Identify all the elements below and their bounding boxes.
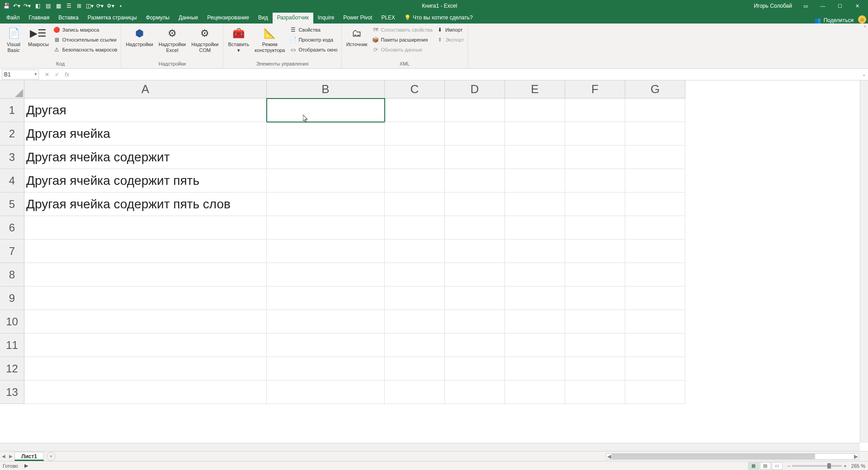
name-box[interactable]: B1 ▼ <box>2 70 39 80</box>
qat-btn-6[interactable]: ◫▾ <box>85 1 94 10</box>
cell-B4[interactable] <box>267 169 385 193</box>
cell-B5[interactable] <box>267 193 385 216</box>
tab-powerpivot[interactable]: Power Pivot <box>339 13 377 24</box>
row-header-3[interactable]: 3 <box>0 146 24 169</box>
cell-A13[interactable] <box>24 381 267 404</box>
cell-B7[interactable] <box>267 240 385 263</box>
cell-G2[interactable] <box>625 122 685 146</box>
cell-E8[interactable] <box>505 263 565 287</box>
cell-F9[interactable] <box>565 287 625 310</box>
macros-button[interactable]: ▶☰ Макросы <box>26 24 51 47</box>
cell-D2[interactable] <box>445 122 505 146</box>
cell-E5[interactable] <box>505 193 565 216</box>
tab-data[interactable]: Данные <box>174 13 203 24</box>
cell-F6[interactable] <box>565 216 625 240</box>
cell-G6[interactable] <box>625 216 685 240</box>
xml-source-button[interactable]: 🗂Источник <box>344 24 369 47</box>
cell-D11[interactable] <box>445 334 505 357</box>
cell-F1[interactable] <box>565 99 625 122</box>
excel-addins-button[interactable]: ⚙Надстройки Excel <box>157 24 188 53</box>
tab-plex[interactable]: PLEX <box>377 13 400 24</box>
cell-E2[interactable] <box>505 122 565 146</box>
cell-C1[interactable] <box>385 99 445 122</box>
scroll-left-icon[interactable]: ◀ <box>606 453 612 460</box>
name-box-dropdown-icon[interactable]: ▼ <box>34 72 38 76</box>
tellme-search[interactable]: 💡Что вы хотите сделать? <box>400 13 477 24</box>
qat-btn-5[interactable]: ⊞ <box>75 1 84 10</box>
map-properties-button[interactable]: 🗺Сопоставить свойства <box>371 25 434 34</box>
tab-inquire[interactable]: Inquire <box>313 13 339 24</box>
record-macro-button[interactable]: 🔴Запись макроса <box>52 25 118 34</box>
cell-A5[interactable]: Другая ячейка содержит пять слов <box>24 193 267 216</box>
tab-insert[interactable]: Вставка <box>54 13 83 24</box>
cell-E1[interactable] <box>505 99 565 122</box>
cell-F4[interactable] <box>565 169 625 193</box>
tab-nav-next[interactable]: ▶ <box>7 452 14 461</box>
cell-G3[interactable] <box>625 146 685 169</box>
cell-B10[interactable] <box>267 310 385 334</box>
column-header-E[interactable]: E <box>505 80 565 99</box>
cell-D8[interactable] <box>445 263 505 287</box>
cell-D6[interactable] <box>445 216 505 240</box>
cell-C3[interactable] <box>385 146 445 169</box>
qat-btn-7[interactable]: ⟳▾ <box>95 1 104 10</box>
cell-G9[interactable] <box>625 287 685 310</box>
zoom-slider[interactable] <box>792 465 842 467</box>
cell-D4[interactable] <box>445 169 505 193</box>
xml-import-button[interactable]: ⬇Импорт <box>435 25 465 34</box>
row-header-13[interactable]: 13 <box>0 381 24 404</box>
tab-nav-prev[interactable]: ◀ <box>0 452 7 461</box>
cell-B12[interactable] <box>267 357 385 381</box>
run-dialog-button[interactable]: ▭Отобразить окно <box>289 45 339 54</box>
cell-E12[interactable] <box>505 357 565 381</box>
cell-C13[interactable] <box>385 381 445 404</box>
vertical-scrollbar[interactable] <box>860 80 868 443</box>
cell-C9[interactable] <box>385 287 445 310</box>
insert-control-button[interactable]: 🧰Вставить▾ <box>226 24 251 53</box>
com-addins-button[interactable]: ⚙Надстройки COM <box>189 24 220 53</box>
row-header-5[interactable]: 5 <box>0 193 24 216</box>
zoom-slider-knob[interactable] <box>827 463 831 469</box>
row-header-10[interactable]: 10 <box>0 310 24 334</box>
tab-home[interactable]: Главная <box>24 13 54 24</box>
qat-btn-3[interactable]: ▦ <box>54 1 63 10</box>
cell-C11[interactable] <box>385 334 445 357</box>
cell-C5[interactable] <box>385 193 445 216</box>
cell-G13[interactable] <box>625 381 685 404</box>
cell-F12[interactable] <box>565 357 625 381</box>
refresh-data-button[interactable]: ⟳Обновить данные <box>371 45 434 54</box>
cell-C8[interactable] <box>385 263 445 287</box>
design-mode-button[interactable]: 📐Режим конструктора <box>253 24 287 53</box>
cell-A1[interactable]: Другая <box>24 99 267 122</box>
qat-btn-8[interactable]: ⚙▾ <box>106 1 115 10</box>
cell-C10[interactable] <box>385 310 445 334</box>
feedback-smiley-icon[interactable]: ☺ <box>858 15 866 24</box>
cell-G12[interactable] <box>625 357 685 381</box>
tab-developer[interactable]: Разработчик <box>273 13 313 24</box>
viewcode-button[interactable]: 📄Просмотр кода <box>289 35 339 44</box>
cell-E13[interactable] <box>505 381 565 404</box>
cell-D1[interactable] <box>445 99 505 122</box>
row-header-8[interactable]: 8 <box>0 263 24 287</box>
fx-button[interactable]: fx <box>62 70 71 79</box>
column-header-F[interactable]: F <box>565 80 625 99</box>
cell-G7[interactable] <box>625 240 685 263</box>
cell-G8[interactable] <box>625 263 685 287</box>
cell-A10[interactable] <box>24 310 267 334</box>
xml-export-button[interactable]: ⬆Экспорт <box>435 35 465 44</box>
column-header-G[interactable]: G <box>625 80 685 99</box>
cell-A9[interactable] <box>24 287 267 310</box>
ribbon-options-icon[interactable]: ▭ <box>799 1 812 10</box>
cell-E9[interactable] <box>505 287 565 310</box>
cell-A12[interactable] <box>24 357 267 381</box>
close-button[interactable]: ✕ <box>851 1 863 10</box>
cell-E4[interactable] <box>505 169 565 193</box>
cell-F3[interactable] <box>565 146 625 169</box>
cell-C4[interactable] <box>385 169 445 193</box>
cell-A4[interactable]: Другая ячейка содержит пять <box>24 169 267 193</box>
horizontal-scrollbar[interactable] <box>0 443 860 451</box>
cell-E6[interactable] <box>505 216 565 240</box>
cell-F10[interactable] <box>565 310 625 334</box>
cell-E11[interactable] <box>505 334 565 357</box>
cell-D12[interactable] <box>445 357 505 381</box>
